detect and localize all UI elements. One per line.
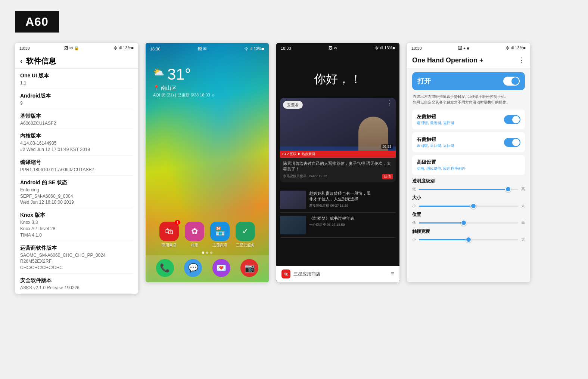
list-item: Knox 版本 Knox 3.3 Knox API level 28 TIMA … [20,208,133,241]
item-label: Android版本 [20,93,133,99]
position-thumb[interactable] [461,220,467,226]
item-value: 4.14.83-16144935 #2 Wed Jun 12 17:01:49 … [20,140,133,153]
list-item: One UI 版本 1.1 [20,69,133,89]
item-value: Knox 3.3 Knox API level 28 TIMA 4.1.0 [20,219,133,238]
weather-temperature: 31° [167,65,191,83]
opacity-fill [419,189,508,190]
position-max: 高 [521,220,525,225]
touch-max: 大 [521,237,525,242]
status-time-3: 18:30 [281,46,291,50]
store-icon: 🛍 [281,269,290,278]
left-button-row[interactable]: 左侧触钮 返回键, 最近键, 返回键 [412,110,525,129]
news-text: 赵姆妈和贵政曾经也有一段情，虽 非才子佳人，人生别无选择 君笺雅侃红楼 06-2… [309,191,396,208]
phone-icon[interactable]: 📞 [156,259,174,277]
theme-store-icon[interactable]: 🏪 [210,222,230,241]
back-arrow-icon[interactable]: ‹ [20,57,22,65]
store-label: 三星应用商店 [293,271,320,277]
camera-icon[interactable]: 📷 [240,259,258,277]
indicator-dot [202,252,204,254]
position-slider-row: 低 高 [412,220,525,225]
news-thumbnail [280,216,306,234]
phone-home-screen: 18:30 🖼 ✉ 令 ıll 13%■ ⛅ 31° 📍 南山区 AQI 优 (… [146,43,269,282]
position-track[interactable] [419,222,518,224]
news-item[interactable]: 《红楼梦》成书过程年表 一心说红楼 06-27 18:59 [280,213,396,238]
app-item[interactable]: 🏪 主题商店 [210,222,230,248]
channel-sub: ▶ [298,152,302,156]
status-time-2: 18:30 [150,47,161,51]
video-thumb-inner: BTV 互联 ▶ 热点新闻 去查看 01:53 [280,98,396,158]
status-icons-1: 🖼 ✉ 🔒 [64,46,79,50]
news-title: 《红楼梦》成书过程年表 [309,216,396,221]
channel-sub-text: 热点新闻 [302,152,315,156]
touch-track[interactable] [419,239,518,240]
touch-thumb[interactable] [466,237,472,243]
mail-icon[interactable]: 💌 [212,259,230,277]
app-label: 相册 [191,243,198,248]
item-value: A6060ZCU1ASF2 [20,120,133,127]
opacity-max: 高 [521,187,525,192]
app-header: One Hand Operation + ⋮ [407,52,530,68]
item-label: Knox 版本 [20,212,133,219]
position-min: 低 [412,220,416,225]
advanced-sub: 动画, 适应键位, 应用程序例外 [417,166,466,171]
device-label: A60 [15,11,59,33]
store-info[interactable]: 🛍 三星应用商店 [281,269,320,278]
goto-button[interactable]: 去查看 [283,101,303,109]
left-btn-title: 左侧触钮 [417,113,454,120]
video-tag: 娱情 [382,174,393,179]
item-label: 内核版本 [20,133,133,139]
samsung-cloud-icon[interactable]: ✓ [236,222,255,241]
signal-1: 令 ıll 13%■ [113,45,134,51]
toggle-label: 打开 [417,77,431,86]
size-slider-row: 小 大 [412,203,525,209]
list-item: 基带版本 A6060ZCU1ASF2 [20,109,133,129]
touch-slider-section: 触摸宽度 小 大 [412,228,525,242]
news-meta: 君笺雅侃红楼 06-27 18:59 [309,203,396,208]
weather-location: 📍 南山区 [153,85,261,92]
app-label: 应用商店 [162,243,177,248]
gallery-icon[interactable]: ✿ [185,222,204,241]
app-item[interactable]: 🛍1 应用商店 [159,222,179,248]
news-thumbnail [280,191,306,209]
notification-badge: 1 [175,220,180,225]
position-slider-section: 位置 低 高 [412,212,525,225]
app-dock-row: 🛍1 应用商店 ✿ 相册 🏪 主题商店 ✓ 三星云服务 [146,218,269,250]
phone-video-app: 18:30 🖼 ✉ 令 ıll 13%■ 你好，！ BTV 互联 ▶ 热点新闻 … [276,43,399,282]
home-content: 18:30 🖼 ✉ 令 ıll 13%■ ⛅ 31° 📍 南山区 AQI 优 (… [146,43,269,282]
signal-2: 令 ıll 13%■ [244,46,264,52]
main-toggle[interactable] [503,77,520,86]
left-btn-toggle[interactable] [504,115,520,124]
status-time-1: 18:30 [19,46,30,50]
indicator-dot [210,252,212,254]
signal-3: 令 ıll 13%■ [375,45,395,51]
item-value: 1.1 [20,80,133,86]
messages-icon[interactable]: 💬 [184,259,202,277]
news-item[interactable]: 赵姆妈和贵政曾经也有一段情，虽 非才子佳人，人生别无选择 君笺雅侃红楼 06-2… [280,188,396,213]
more-icon[interactable]: ⋮ [387,99,393,107]
list-item: Android版本 9 [20,89,133,109]
item-label: One UI 版本 [20,73,133,79]
app-item[interactable]: ✿ 相册 [185,222,204,248]
item-value: ASKS v2.1.0 Release 190226 [20,285,133,291]
advanced-settings-row[interactable]: 高级设置 动画, 适应键位, 应用程序例外 [412,155,525,175]
item-label: 基带版本 [20,113,133,120]
size-thumb[interactable] [470,203,476,209]
right-button-row[interactable]: 右侧触钮 返回键, 返回键, 返回键 [412,132,525,152]
video-card[interactable]: BTV 互联 ▶ 热点新闻 去查看 01:53 ⋮ 陈景润曾给害过自己的人写推荐… [280,98,396,182]
opacity-thumb[interactable] [505,186,511,192]
software-info-list: One UI 版本 1.1 Android版本 9 基带版本 A6060ZCU1… [15,69,138,294]
more-options-icon[interactable]: ⋮ [518,56,525,64]
app-store-icon[interactable]: 🛍1 [159,222,179,241]
size-min: 小 [412,203,416,209]
app-item[interactable]: ✓ 三星云服务 [236,222,255,248]
opacity-track[interactable] [419,189,518,190]
toggle-section: 打开 [412,72,525,90]
right-btn-title: 右侧触钮 [417,136,454,143]
menu-icon[interactable]: ≡ [391,271,394,277]
size-track[interactable] [419,206,518,207]
status-bar-4: 18:30 🖼 ● ■ 令 ıll 13%■ [407,43,530,52]
news-meta: 一心说红楼 06-27 18:59 [309,222,396,227]
right-btn-toggle[interactable] [504,138,520,147]
video-title: 陈景润曾给害过自己的人写推荐信，妻子气得 语无伦次，太善良了！ [283,161,393,172]
item-label: 运营商软件版本 [20,245,133,252]
